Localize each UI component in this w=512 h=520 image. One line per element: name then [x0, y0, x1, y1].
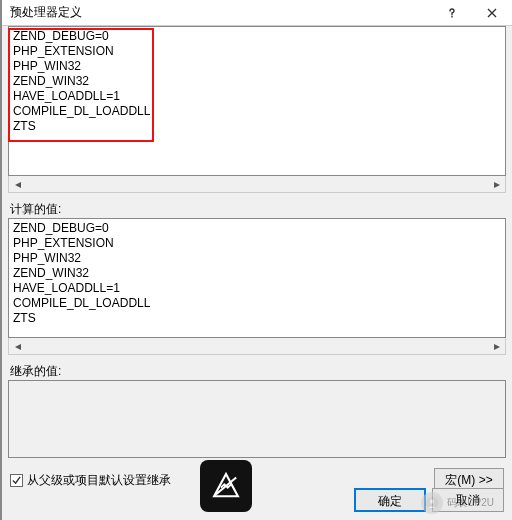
svg-point-1	[430, 500, 434, 504]
computed-label: 计算的值:	[8, 199, 506, 218]
watermark-avatar-icon	[421, 492, 443, 514]
scroll-left-icon[interactable]: ◂	[9, 177, 26, 191]
dialog-preprocessor-definitions: 预处理器定义 ZEND_DEBUG=0 PHP_EXTENSION PHP_WI…	[0, 0, 512, 520]
titlebar: 预处理器定义	[2, 0, 512, 26]
scroll-left-icon[interactable]: ◂	[9, 339, 26, 353]
help-button[interactable]	[432, 0, 472, 26]
horizontal-scrollbar[interactable]: ◂ ▸	[8, 176, 506, 193]
horizontal-scrollbar-2[interactable]: ◂ ▸	[8, 338, 506, 355]
watermark: 码农UP2U	[421, 492, 494, 514]
dialog-title: 预处理器定义	[2, 4, 432, 21]
close-button[interactable]	[472, 0, 512, 26]
inherited-label: 继承的值:	[8, 361, 506, 380]
computed-values-box[interactable]: ZEND_DEBUG=0 PHP_EXTENSION PHP_WIN32 ZEN…	[8, 218, 506, 338]
scroll-right-icon[interactable]: ▸	[488, 339, 505, 353]
overlay-logo-icon	[200, 460, 252, 512]
definitions-editor[interactable]: ZEND_DEBUG=0 PHP_EXTENSION PHP_WIN32 ZEN…	[8, 26, 506, 176]
inherited-values-box[interactable]	[8, 380, 506, 458]
ok-button[interactable]: 确定	[354, 488, 426, 512]
inherit-checkbox[interactable]	[10, 474, 23, 487]
inherit-checkbox-label: 从父级或项目默认设置继承	[27, 472, 171, 489]
watermark-text: 码农UP2U	[447, 496, 494, 510]
scroll-right-icon[interactable]: ▸	[488, 177, 505, 191]
